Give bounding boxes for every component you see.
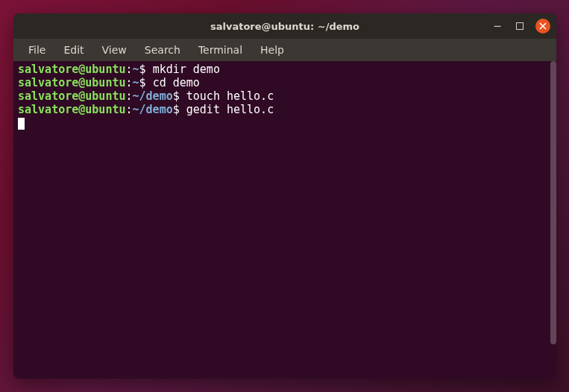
menu-search[interactable]: Search	[137, 42, 188, 58]
window-controls: ─	[491, 19, 550, 34]
command-text: gedit hello.c	[186, 103, 274, 116]
prompt-dollar: $	[173, 89, 180, 103]
command-text: cd demo	[153, 76, 200, 89]
terminal-line: salvatore@ubuntu:~/demo$ touch hello.c	[18, 89, 552, 103]
scrollbar[interactable]	[550, 61, 556, 344]
maximize-icon	[516, 22, 524, 30]
scrollbar-thumb[interactable]	[550, 61, 556, 344]
command-text: touch hello.c	[186, 89, 274, 103]
prompt-dollar: $	[173, 103, 180, 116]
prompt-path: ~/demo	[133, 89, 173, 103]
maximize-button[interactable]	[513, 19, 526, 33]
prompt-dollar: $	[139, 76, 146, 89]
minimize-icon: ─	[494, 21, 500, 31]
minimize-button[interactable]: ─	[491, 19, 504, 33]
prompt-colon: :	[126, 89, 133, 103]
prompt-colon: :	[126, 63, 133, 76]
prompt-dollar: $	[139, 63, 146, 76]
prompt-path: ~	[133, 76, 139, 89]
prompt-colon: :	[126, 103, 133, 116]
terminal-body[interactable]: salvatore@ubuntu:~$ mkdir demo salvatore…	[13, 61, 556, 379]
menubar: File Edit View Search Terminal Help	[13, 39, 556, 61]
cursor-block	[18, 118, 25, 130]
prompt-user-host: salvatore@ubuntu	[18, 103, 126, 116]
terminal-line	[18, 116, 552, 130]
menu-help[interactable]: Help	[253, 42, 292, 58]
menu-edit[interactable]: Edit	[56, 42, 91, 58]
prompt-user-host: salvatore@ubuntu	[18, 63, 126, 76]
close-button[interactable]	[535, 19, 550, 34]
terminal-line: salvatore@ubuntu:~$ cd demo	[18, 76, 552, 89]
menu-file[interactable]: File	[21, 42, 53, 58]
terminal-line: salvatore@ubuntu:~/demo$ gedit hello.c	[18, 103, 552, 116]
close-icon	[539, 22, 547, 30]
prompt-path: ~/demo	[133, 103, 173, 116]
prompt-user-host: salvatore@ubuntu	[18, 76, 126, 89]
menu-view[interactable]: View	[95, 42, 134, 58]
terminal-window: salvatore@ubuntu: ~/demo ─ File Edit Vie…	[13, 13, 556, 379]
titlebar: salvatore@ubuntu: ~/demo ─	[13, 13, 556, 39]
menu-terminal[interactable]: Terminal	[191, 42, 250, 58]
prompt-colon: :	[126, 76, 133, 89]
command-text: mkdir demo	[153, 63, 220, 76]
terminal-line: salvatore@ubuntu:~$ mkdir demo	[18, 63, 552, 76]
window-title: salvatore@ubuntu: ~/demo	[210, 21, 359, 32]
prompt-path: ~	[133, 63, 139, 76]
prompt-user-host: salvatore@ubuntu	[18, 89, 126, 103]
